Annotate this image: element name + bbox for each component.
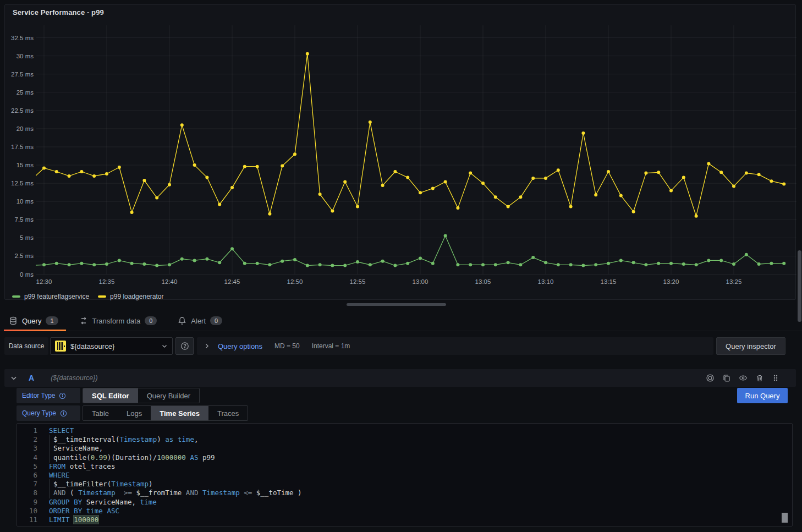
sql-code-lines: 1SELECT2$__timeInterval(Timestamp) as ti… [17,426,792,524]
editor-type-label: Editor Type [17,388,80,403]
query-type-label: Query Type [17,405,80,421]
query-options-label: Query options [218,342,262,350]
line-number: 7 [17,480,49,489]
duplicate-query-icon[interactable] [721,372,732,383]
question-circle-icon [180,342,189,350]
legend-item-featureflagservice[interactable]: p99 featureflagservice [12,293,89,300]
tab-label: Transform data [92,317,141,325]
query-ref-id: A [29,374,34,382]
editor-tabbar: Query 1 Transform data 0 Alert 0 [0,311,802,331]
tab-alert[interactable]: Alert 0 [178,311,222,331]
line-number: 10 [17,507,49,515]
svg-text:32.5 ms: 32.5 ms [11,35,34,41]
query-options-md: MD = 50 [274,342,300,350]
datasource-picker[interactable]: ${datasource} [50,337,173,355]
pane-splitter-handle[interactable] [347,303,446,306]
query-row-header[interactable]: A (${datasource}) [4,369,796,387]
info-circle-icon[interactable] [60,410,67,417]
svg-text:10 ms: 10 ms [17,198,34,205]
sql-code-editor[interactable]: 1SELECT2$__timeInterval(Timestamp) as ti… [17,423,793,526]
svg-text:13:15: 13:15 [601,278,617,285]
line-number: 5 [17,462,49,471]
tab-query[interactable]: Query 1 [9,311,58,331]
remove-query-trash-icon[interactable] [754,372,765,383]
line-number: 1 [17,426,49,435]
code-line[interactable]: 11LIMIT 100000 [17,515,792,524]
svg-text:13:05: 13:05 [475,278,491,285]
datasource-help-button[interactable] [175,337,194,355]
query-type-traces[interactable]: Traces [208,406,248,420]
tab-label: Alert [191,317,206,325]
line-number: 8 [17,489,49,497]
tab-transform-badge: 0 [145,316,157,325]
query-options-toggle[interactable]: Query options MD = 50 Interval = 1m [197,337,713,355]
tab-query-badge: 1 [46,316,58,325]
line-number: 11 [17,515,49,524]
query-type-time-series[interactable]: Time Series [151,406,208,420]
svg-text:17.5 ms: 17.5 ms [11,144,34,150]
disable-query-icon[interactable] [705,372,716,383]
svg-text:22.5 ms: 22.5 ms [11,107,34,114]
legend-item-loadgenerator[interactable]: p99 loadgenerator [98,293,163,300]
line-number: 4 [17,453,49,462]
tab-alert-badge: 0 [210,316,222,325]
svg-text:12:35: 12:35 [99,278,115,285]
svg-text:12:30: 12:30 [36,278,52,285]
run-query-button[interactable]: Run Query [737,388,788,403]
svg-text:7.5 ms: 7.5 ms [14,216,34,223]
svg-text:12:45: 12:45 [224,278,240,285]
svg-text:27.5 ms: 27.5 ms [11,71,34,78]
code-line[interactable]: 5FROM otel_traces [17,462,792,471]
query-type-logs[interactable]: Logs [118,406,151,420]
query-inspector-button[interactable]: Query inspector [716,337,785,355]
legend-swatch-yellow [98,295,106,298]
line-number: 6 [17,471,49,480]
label-text: Editor Type [22,392,55,399]
datasource-value: ${datasource} [70,342,157,350]
tab-transform-data[interactable]: Transform data 0 [79,311,157,331]
svg-text:25 ms: 25 ms [17,89,34,96]
code-line[interactable]: 9GROUP BY ServiceName, time [17,498,792,507]
chevron-down-icon [161,343,168,349]
hide-response-eye-icon[interactable] [738,372,749,383]
code-line[interactable]: 4quantile(0.99)(Duration)/1000000 AS p99 [17,453,792,462]
line-number: 2 [17,435,49,444]
code-line[interactable]: 7$__timeFilter(Timestamp) [17,480,792,489]
legend-swatch-green [12,295,20,298]
clickhouse-datasource-icon [55,341,66,352]
svg-text:12.5 ms: 12.5 ms [11,180,34,187]
tab-label: Query [22,317,41,325]
svg-text:2.5 ms: 2.5 ms [14,253,34,259]
query-type-table[interactable]: Table [83,406,118,420]
line-number: 3 [17,444,49,453]
timeseries-chart[interactable]: 0 ms2.5 ms5 ms7.5 ms10 ms12.5 ms15 ms17.… [5,5,796,300]
svg-text:15 ms: 15 ms [17,162,34,168]
svg-text:13:20: 13:20 [663,278,679,285]
svg-text:30 ms: 30 ms [17,53,34,59]
label-text: Query Type [22,409,56,417]
bell-icon [178,316,186,325]
chevron-down-icon[interactable] [10,374,18,382]
svg-text:13:25: 13:25 [726,278,742,285]
drag-handle-grip-icon[interactable] [771,372,781,383]
svg-text:5 ms: 5 ms [20,234,34,241]
chart-legend: p99 featureflagservice p99 loadgenerator [12,293,164,300]
svg-text:20 ms: 20 ms [17,125,34,132]
code-line[interactable]: 3ServiceName, [17,444,792,453]
datasource-label: Data source [4,337,48,355]
svg-text:0 ms: 0 ms [20,271,34,278]
editor-type-switch: SQL Editor Query Builder [83,388,200,403]
code-line[interactable]: 2$__timeInterval(Timestamp) as time, [17,435,792,444]
editor-scrollbar[interactable] [782,513,788,523]
editor-type-query-builder[interactable]: Query Builder [138,388,199,403]
transform-icon [79,316,88,325]
code-line[interactable]: 10ORDER BY time ASC [17,507,792,515]
line-number: 9 [17,498,49,507]
info-circle-icon[interactable] [59,392,66,399]
editor-type-sql-editor[interactable]: SQL Editor [83,388,138,403]
code-line[interactable]: 6WHERE [17,471,792,480]
query-datasource-hint: (${datasource}) [51,374,97,382]
chevron-right-icon [204,343,210,349]
code-line[interactable]: 8AND ( Timestamp >= $__fromTime AND Time… [17,489,792,497]
code-line[interactable]: 1SELECT [17,426,792,435]
